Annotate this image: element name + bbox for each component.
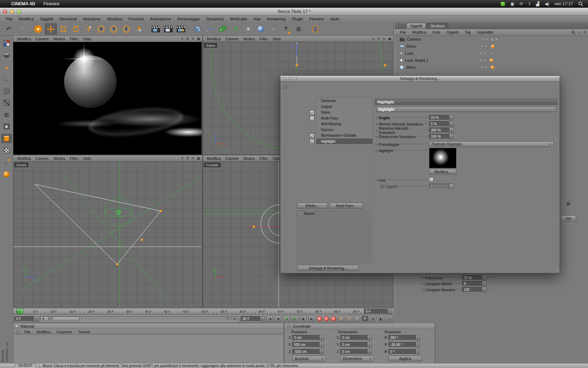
stepper-icon[interactable] bbox=[482, 275, 486, 280]
vp-menu-camere[interactable]: Camere bbox=[223, 156, 241, 161]
om-menu-vista[interactable]: Vista bbox=[429, 30, 443, 34]
model-mode-icon[interactable] bbox=[1, 50, 12, 60]
campioni-minimi-field[interactable]: 8 bbox=[462, 281, 486, 286]
id-oggetto-field[interactable]: 1 bbox=[429, 184, 454, 189]
stepper-icon[interactable] bbox=[320, 349, 324, 354]
menu-finestre[interactable]: Finestre bbox=[306, 17, 327, 21]
stepper-icon[interactable] bbox=[449, 184, 454, 189]
render-settings-button[interactable]: Settaggi di Rendering... bbox=[297, 265, 359, 271]
polygons-mode-icon[interactable]: ⊞ bbox=[1, 110, 12, 119]
editor-visibility-dot[interactable] bbox=[482, 38, 484, 40]
goto-start-button[interactable]: |◀ bbox=[266, 316, 273, 321]
vp-menu-modifica[interactable]: Modifica bbox=[204, 37, 223, 41]
timeline-slider[interactable]: ◀ 0 F 90 F ▶ bbox=[40, 316, 239, 321]
effect-item-nuovo[interactable]: ✕ Nuovo bbox=[297, 211, 370, 216]
add-spline-icon[interactable] bbox=[204, 23, 216, 35]
editor-visibility-dot[interactable] bbox=[481, 66, 483, 68]
scroll-arrows-icon[interactable]: ⇅ bbox=[583, 30, 586, 34]
vp-menu-filtro[interactable]: Filtro bbox=[68, 37, 80, 41]
stepper-icon[interactable] bbox=[260, 316, 265, 321]
viewport-perspective[interactable]: Modifica Camere Mostra Filtro Vista ✛⇅↻▣ bbox=[13, 36, 202, 155]
rotate-tool-icon[interactable] bbox=[70, 23, 82, 35]
start-frame-field[interactable]: 0 F bbox=[14, 316, 38, 321]
lock-y-axis-icon[interactable]: Y bbox=[108, 23, 120, 35]
editor-visibility-dot[interactable] bbox=[480, 59, 482, 61]
resize-grip-icon[interactable] bbox=[555, 268, 559, 273]
stepper-icon[interactable] bbox=[416, 335, 420, 340]
previous-key-button[interactable]: ◀| bbox=[275, 316, 281, 321]
add-array-icon[interactable]: ❋ bbox=[230, 23, 241, 35]
add-particles-icon[interactable]: ✳ bbox=[242, 23, 254, 35]
vp-menu-modifica[interactable]: Modifica bbox=[204, 156, 223, 161]
render-settings-dialog[interactable]: Settaggi di Rendering... ✓ ✓ ✓ Generale … bbox=[280, 75, 560, 273]
menu-plugin[interactable]: Plugin bbox=[289, 17, 306, 21]
add-instance-icon[interactable] bbox=[217, 23, 229, 35]
drag-handle-icon[interactable] bbox=[16, 330, 20, 334]
zoom-view-icon[interactable]: ⇅ bbox=[186, 37, 189, 41]
nav-salva[interactable]: Salva bbox=[316, 109, 372, 115]
key-position-toggle[interactable]: + bbox=[338, 316, 344, 321]
object-name[interactable]: Camera bbox=[407, 37, 482, 41]
rotation-b-field[interactable]: 0 ° bbox=[388, 349, 420, 354]
wifi-icon[interactable]: ▟ bbox=[536, 1, 539, 6]
om-menu-segnalibri[interactable]: Segnalibri bbox=[474, 30, 497, 34]
menu-funzioni[interactable]: Funzioni bbox=[125, 17, 147, 21]
search-icon[interactable] bbox=[571, 30, 575, 34]
add-sky-icon[interactable] bbox=[255, 23, 267, 35]
stepper-icon[interactable] bbox=[34, 316, 38, 321]
rotation-p-field[interactable]: -38.66 ° bbox=[388, 342, 420, 347]
browser-globe-icon[interactable] bbox=[309, 23, 321, 35]
move-tool-icon[interactable] bbox=[45, 23, 57, 35]
nav-output[interactable]: Output bbox=[316, 104, 372, 110]
undo-icon[interactable]: ↶ bbox=[3, 23, 15, 35]
timeline-ticks[interactable]: 0 F5 F10 F 15 F20 F25 F 30 F35 F40 F 45 … bbox=[13, 308, 363, 314]
redo-icon[interactable]: ↷ bbox=[15, 23, 27, 35]
vp-menu-vista[interactable]: Vista bbox=[80, 156, 93, 161]
om-menu-oggetti[interactable]: Oggetti bbox=[443, 30, 462, 34]
stepper-icon[interactable] bbox=[368, 349, 372, 354]
record-options-button[interactable]: ? bbox=[331, 316, 336, 321]
menu-file[interactable]: File bbox=[3, 17, 16, 21]
animation-mode-icon[interactable] bbox=[1, 122, 12, 131]
dimension-z-field[interactable]: 0 cm bbox=[340, 349, 372, 354]
end-frame-field[interactable]: 90 F bbox=[241, 316, 265, 321]
window-titlebar[interactable]: Senza Titolo 17 * bbox=[0, 8, 588, 15]
edges-mode-icon[interactable] bbox=[1, 98, 12, 107]
nav-antialiasing[interactable]: Anti-Aliasing bbox=[316, 121, 372, 127]
record-keyframe-button[interactable]: ● bbox=[317, 316, 322, 321]
material-tag-icon[interactable] bbox=[491, 45, 495, 48]
drag-handle-icon[interactable] bbox=[400, 24, 404, 28]
position-z-field[interactable]: -500 cm bbox=[292, 349, 324, 354]
rotate-view-icon[interactable]: ↻ bbox=[191, 37, 194, 41]
effects-list[interactable]: ✕ Nuovo bbox=[296, 210, 371, 263]
menu-dynamics[interactable]: Dynamics bbox=[203, 17, 227, 21]
stepper-icon[interactable] bbox=[482, 281, 486, 286]
camera-tag-icon[interactable] bbox=[491, 38, 494, 41]
om-menu-tag[interactable]: Tag bbox=[462, 30, 474, 34]
menu-strumenti[interactable]: Strumenti bbox=[56, 17, 79, 21]
keyframe-selection-toggle[interactable]: ⊞ bbox=[370, 316, 376, 321]
render-visibility-dot[interactable] bbox=[485, 45, 487, 47]
vp-menu-filtro[interactable]: Filtro bbox=[68, 156, 80, 161]
pan-view-icon[interactable]: ✛ bbox=[372, 37, 374, 41]
ruler-icon[interactable]: ∟ bbox=[1, 74, 12, 83]
growl-badge-icon[interactable] bbox=[500, 2, 505, 6]
vp-menu-mostra[interactable]: Mostra bbox=[51, 37, 67, 41]
mat-menu-file[interactable]: File bbox=[21, 330, 34, 334]
render-active-view-icon[interactable] bbox=[162, 23, 174, 35]
nav-multipass[interactable]: Multi-Pass bbox=[316, 115, 372, 121]
tab-oggetti[interactable]: Oggetti bbox=[406, 23, 426, 29]
soglia-field[interactable]: 10 % bbox=[429, 115, 454, 120]
menubar-clock[interactable]: ven 17:17 bbox=[554, 1, 573, 6]
nav-highlight[interactable]: Highlight bbox=[316, 138, 372, 144]
material-tag-icon[interactable] bbox=[490, 59, 493, 62]
drag-handle-icon[interactable] bbox=[283, 85, 287, 89]
bluetooth-icon[interactable]: ᛒ bbox=[528, 1, 531, 6]
zoom-view-icon[interactable]: ⇅ bbox=[186, 156, 189, 160]
menu-struttura[interactable]: Struttura bbox=[104, 17, 125, 21]
play-backwards-button[interactable]: ◀ bbox=[283, 316, 290, 321]
maximize-view-icon[interactable]: ▣ bbox=[197, 37, 200, 41]
vp-menu-mostra[interactable]: Mostra bbox=[241, 156, 257, 161]
menu-mograph[interactable]: MoGraph bbox=[227, 17, 250, 21]
next-key-button[interactable]: |▶ bbox=[300, 316, 307, 321]
